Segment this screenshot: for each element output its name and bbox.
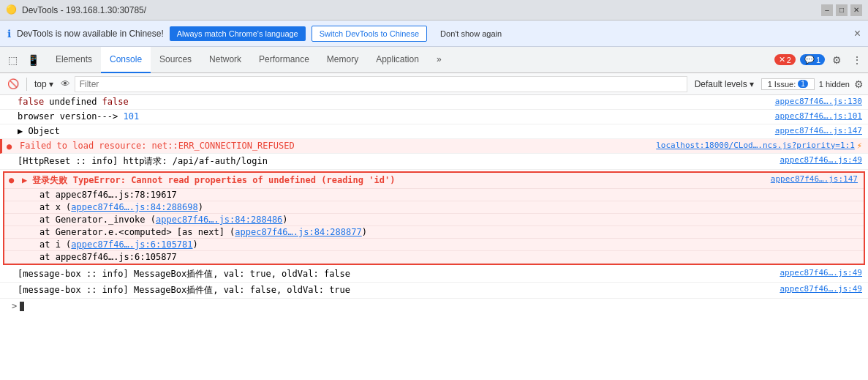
console-log-line-5: [message-box :: info] MessageBox插件值, val… [0,267,868,283]
stack-link-5[interactable]: appec87f46….js:6:105781 [71,239,192,250]
levels-dropdown-icon: ▾ [750,79,754,89]
error-main-text: ▶ 登录失败 TypeError: Cannot read properties… [22,175,395,185]
http-reset-text: [HttpReset :: info] http请求: /api/af-auth… [18,156,268,166]
stack-link-3[interactable]: appec87f46….js:84:288486 [156,215,282,225]
messagebox-text-1: [message-box :: info] MessageBox插件值, val… [18,269,350,279]
error-content-1: Failed to load resource: net::ERR_CONNEC… [20,141,647,151]
tab-console[interactable]: Console [101,47,151,73]
settings-button[interactable]: ⚙ [829,53,845,67]
inspect-icon[interactable]: ⬚ [3,51,22,70]
default-levels-selector[interactable]: Default levels ▾ [692,78,757,91]
issue-badge[interactable]: 1 Issue: 1 [761,78,815,90]
error-icon-2: ● [9,175,14,185]
tab-sources[interactable]: Sources [151,47,200,73]
info-bar: ℹ DevTools is now available in Chinese! … [0,21,868,47]
title-bar: 🟡 DevTools - 193.168.1.30:30785/ – □ ✕ [0,0,868,21]
issue-count: 1 [798,80,808,88]
external-link-icon: ⚡ [857,141,862,151]
tab-elements[interactable]: Elements [47,47,101,73]
maximize-button[interactable]: □ [836,4,848,16]
stack-link-4[interactable]: appec87f46….js:84:288877 [235,227,361,237]
main-error-content: ▶ 登录失败 TypeError: Cannot read properties… [22,174,762,187]
stack-close-3: ) [282,215,287,225]
stack-at-3: at Generator._invoke ( [39,215,156,225]
source-link-2[interactable]: appec87f46….js:101 [775,111,862,121]
tab-application[interactable]: Application [367,47,428,73]
line-content-5: [message-box :: info] MessageBox插件值, val… [18,268,771,280]
caret-icon: > [12,301,17,311]
device-icon[interactable]: 📱 [23,51,42,70]
eye-button[interactable]: 👁 [61,78,70,89]
console-log-line-6: [message-box :: info] MessageBox插件值, val… [0,283,868,299]
tab-performance[interactable]: Performance [250,47,318,73]
keyword-false-2: false [102,97,129,107]
tab-bar-right: ✕ 2 💬 1 ⚙ ⋮ [774,53,865,67]
source-link-1[interactable]: appec87f46….js:130 [775,97,862,106]
line-content-4: [HttpReset :: info] http请求: /api/af-auth… [18,155,771,168]
line-content-3: ▶ Object [18,126,766,136]
close-button[interactable]: ✕ [850,4,862,16]
context-selector[interactable]: top ▾ [31,78,56,91]
stack-text-1: at appec87f46….js:78:19617 [39,190,177,200]
source-link-3[interactable]: appec87f46….js:147 [775,126,862,135]
hidden-button[interactable]: 1 hidden [819,80,850,89]
source-link-main-error[interactable]: appec87f46….js:147 [771,174,858,184]
stack-at-5: at i ( [39,239,71,250]
line-content-6: [message-box :: info] MessageBox插件值, val… [18,284,771,297]
more-button[interactable]: ⋮ [849,53,865,67]
toolbar-divider-1 [26,78,27,91]
messagebox-text-2: [message-box :: info] MessageBox插件值, val… [18,285,350,295]
main-error-line: ● ▶ 登录失败 TypeError: Cannot read properti… [4,173,864,189]
source-link-5[interactable]: appec87f46….js:49 [780,268,862,277]
window-controls: – □ ✕ [821,4,862,16]
source-link-6[interactable]: appec87f46….js:49 [780,284,862,294]
context-label: top [34,79,47,89]
warning-count: 1 [816,56,820,64]
console-settings-button[interactable]: ⚙ [854,78,864,90]
stack-link-2[interactable]: appec87f46….js:84:288698 [71,202,197,212]
warning-badge[interactable]: 💬 1 [800,54,825,65]
stack-at-2: at x ( [39,202,71,212]
keyword-undefined-1: undefined [49,97,102,107]
warning-icon: 💬 [804,55,815,64]
match-language-button[interactable]: Always match Chrome's language [170,26,306,41]
console-input-line[interactable]: > [0,299,868,313]
info-close-button[interactable]: × [854,27,861,40]
stack-line-2: at x (appec87f46….js:84:288698) [4,201,864,214]
issue-label: 1 Issue: [768,80,796,89]
tab-memory[interactable]: Memory [318,47,367,73]
stack-line-3: at Generator._invoke (appec87f46….js:84:… [4,214,864,226]
stack-line-6: at appec87f46….js:6:105877 [4,251,864,264]
info-text: DevTools is now available in Chinese! [17,29,164,39]
tab-network[interactable]: Network [200,47,250,73]
highlighted-error-block: ● ▶ 登录失败 TypeError: Cannot read properti… [3,171,865,265]
stack-at-4: at Generator.e.<computed> [as next] ( [39,227,235,237]
devtools-left-icons: ⬚ 📱 [3,51,42,70]
tab-bar: ⬚ 📱 Elements Console Sources Network Per… [0,47,868,73]
tab-more[interactable]: » [428,47,450,73]
console-toolbar: 🚫 top ▾ 👁 Default levels ▾ 1 Issue: 1 1 … [0,73,868,95]
line-content-2: browser version---> 101 [18,111,766,122]
cursor-bar [20,302,24,311]
error-icon-1: ● [7,141,12,152]
filter-input[interactable] [75,76,687,92]
source-link-error-1[interactable]: localhost:18000/CLod….ncs.js?priority=1:… [656,141,855,150]
console-log-line-4: [HttpReset :: info] http请求: /api/af-auth… [0,154,868,170]
context-dropdown-icon: ▾ [49,79,53,89]
clear-console-button[interactable]: 🚫 [4,75,22,93]
console-log-line-1: false undefined false appec87f46….js:130 [0,95,868,110]
console-area[interactable]: false undefined false appec87f46….js:130… [0,95,868,380]
browser-version-text: browser version---> [18,111,124,122]
source-link-4[interactable]: appec87f46….js:49 [780,155,862,165]
error-x-icon: ✕ [779,55,785,64]
keyword-false-1: false [18,97,44,107]
minimize-button[interactable]: – [821,4,833,16]
chrome-icon: 🟡 [6,4,18,16]
error-badge[interactable]: ✕ 2 [774,54,796,65]
stack-text-6: at appec87f46….js:6:105877 [39,252,177,262]
dont-show-button[interactable]: Don't show again [433,26,509,41]
error-text-1: Failed to load resource: net::ERR_CONNEC… [20,141,295,151]
switch-to-chinese-button[interactable]: Switch DevTools to Chinese [312,26,427,42]
stack-close-2: ) [198,202,203,212]
stack-line-1: at appec87f46….js:78:19617 [4,189,864,201]
